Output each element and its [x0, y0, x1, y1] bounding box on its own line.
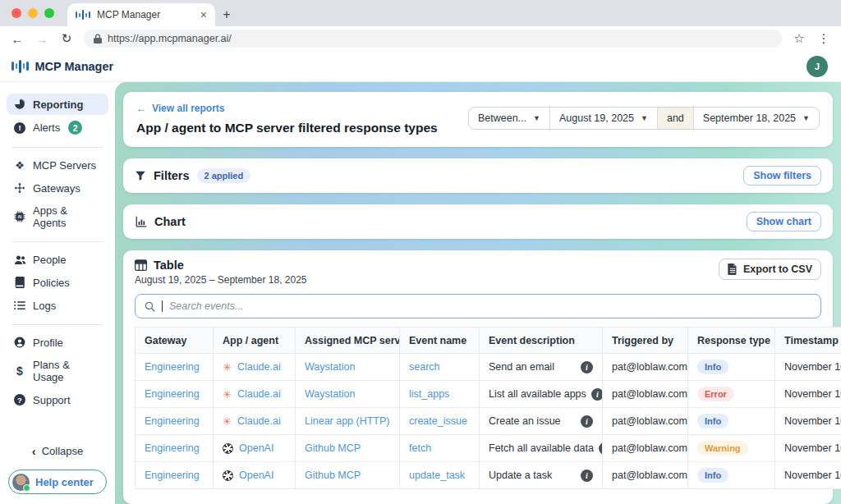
sidebar-item-people[interactable]: People [7, 249, 108, 270]
app-agent: OpenAI [223, 470, 286, 481]
response-type-badge: Info [697, 360, 728, 374]
range-operator-dropdown[interactable]: Between... ▼ [469, 108, 549, 129]
list-icon [13, 299, 26, 312]
back-icon[interactable]: ← [10, 32, 25, 46]
reload-icon[interactable]: ↻ [59, 31, 74, 46]
column-header[interactable]: Event description [480, 328, 603, 354]
column-header[interactable]: Response type [688, 328, 775, 354]
tab-title: MCP Manager [97, 9, 194, 21]
event-name-link[interactable]: fetch [409, 442, 431, 454]
gateway-link[interactable]: Engineering [145, 470, 200, 481]
info-icon[interactable]: i [591, 388, 603, 401]
event-name-link[interactable]: update_task [409, 470, 465, 481]
app-agent-link[interactable]: Claude.ai [237, 415, 281, 427]
collapse-button[interactable]: ‹ Collapse [7, 439, 108, 463]
info-icon[interactable]: i [599, 442, 603, 455]
column-header[interactable]: Gateway [136, 328, 214, 354]
event-name-link[interactable]: list_apps [409, 388, 449, 400]
server-icon: ❖ [13, 158, 26, 172]
event-description: Create an issuei [489, 415, 593, 428]
export-csv-button[interactable]: Export to CSV [719, 259, 821, 280]
sidebar-item-support[interactable]: ? Support [7, 389, 108, 410]
sidebar-item-reporting[interactable]: Reporting [7, 94, 108, 115]
app-agent-link[interactable]: OpenAI [239, 442, 273, 454]
mcp-server-link[interactable]: Github MCP [305, 442, 361, 454]
sidebar-item-apps-agents[interactable]: AI Apps & Agents [7, 200, 108, 233]
sidebar-item-alerts[interactable]: ! Alerts 2 [7, 117, 108, 139]
mcp-server-link[interactable]: Waystation [305, 361, 355, 373]
column-header[interactable]: Event name [400, 328, 480, 354]
book-icon [13, 276, 26, 289]
maximize-window-button[interactable] [44, 8, 54, 18]
tab-close-icon[interactable]: × [200, 8, 207, 21]
timestamp-cell: November 16 [775, 435, 841, 462]
gateway-link[interactable]: Engineering [145, 388, 200, 400]
range-start-dropdown[interactable]: August 19, 2025 ▼ [549, 108, 657, 129]
table-row: EngineeringOpenAIGithub MCPupdate_taskUp… [136, 462, 841, 489]
bookmark-star-icon[interactable]: ☆ [792, 31, 807, 46]
browser-tab[interactable]: MCP Manager × [67, 3, 215, 26]
event-description-text: Fetch all available data [489, 442, 594, 454]
sidebar-item-mcp-servers[interactable]: ❖ MCP Servers [7, 154, 108, 176]
main-content: ← View all reports App / agent to MCP se… [115, 82, 841, 504]
sidebar-item-policies[interactable]: Policies [7, 272, 108, 293]
alert-circle-icon: ! [13, 121, 26, 135]
search-input[interactable]: Search events... [135, 294, 821, 318]
gateway-link[interactable]: Engineering [145, 361, 200, 373]
event-name-link[interactable]: search [409, 361, 440, 373]
mcp-server-link[interactable]: Linear app (HTTP) [305, 415, 390, 427]
column-header[interactable]: Timestamp [775, 328, 841, 354]
column-header[interactable]: Assigned MCP server [296, 328, 400, 354]
event-name-link[interactable]: create_issue [409, 415, 467, 427]
column-header[interactable]: App / agent [214, 328, 296, 354]
info-icon[interactable]: i [581, 361, 593, 373]
minimize-window-button[interactable] [28, 8, 38, 18]
forward-icon[interactable]: → [34, 32, 49, 46]
alerts-count-badge: 2 [68, 121, 82, 135]
show-chart-button[interactable]: Show chart [747, 212, 821, 231]
table-icon [135, 259, 147, 271]
range-end-dropdown[interactable]: September 18, 2025 ▼ [693, 108, 819, 129]
table-header-row: GatewayApp / agentAssigned MCP serverEve… [136, 328, 841, 354]
user-avatar[interactable]: J [807, 56, 828, 77]
filters-applied-badge: 2 applied [197, 168, 251, 183]
mcp-server-link[interactable]: Github MCP [305, 470, 361, 481]
address-bar[interactable]: https://app.mcpmanager.ai/ [84, 30, 782, 48]
gateway-link[interactable]: Engineering [145, 442, 200, 454]
sidebar-item-gateways[interactable]: Gateways [7, 177, 108, 199]
sidebar-item-plans-usage[interactable]: $ Plans & Usage [7, 355, 108, 387]
gateway-icon [13, 181, 26, 195]
show-filters-button[interactable]: Show filters [743, 166, 821, 186]
chart-card: Chart Show chart [123, 204, 833, 239]
gateway-link[interactable]: Engineering [145, 415, 200, 427]
timestamp-cell: November 16 [775, 354, 841, 381]
app-agent-cell: ✳Claude.ai [214, 354, 296, 381]
info-icon[interactable]: i [581, 415, 593, 428]
question-circle-icon: ? [13, 393, 26, 406]
event-description-text: Send an email [489, 361, 554, 373]
event-description-cell: Create an issuei [480, 408, 603, 435]
sidebar-item-profile[interactable]: Profile [7, 332, 108, 353]
app-agent-link[interactable]: Claude.ai [237, 388, 281, 400]
browser-menu-icon[interactable]: ⋮ [816, 31, 831, 46]
sidebar-item-logs[interactable]: Logs [7, 295, 108, 316]
mcp-server-cell: Waystation [296, 354, 400, 381]
app-logo[interactable]: MCP Manager [11, 60, 113, 73]
column-header[interactable]: Triggered by [603, 328, 688, 354]
close-window-button[interactable] [11, 8, 21, 18]
mcp-server-link[interactable]: Waystation [305, 388, 355, 400]
help-center-button[interactable]: Help center [8, 470, 107, 494]
app-agent-link[interactable]: Claude.ai [237, 361, 281, 373]
app-agent-link[interactable]: OpenAI [239, 470, 273, 481]
new-tab-button[interactable]: + [215, 3, 238, 26]
event-description-cell: Send an emaili [480, 354, 603, 381]
table-title: Table [154, 259, 184, 272]
info-icon[interactable]: i [581, 470, 593, 482]
event-description-cell: List all available appsi [480, 381, 603, 408]
text-cursor [162, 300, 163, 312]
app-agent-cell: ✳Claude.ai [214, 381, 296, 408]
event-description: List all available appsi [489, 388, 593, 401]
table-row: Engineering✳Claude.aiLinear app (HTTP)cr… [136, 408, 841, 435]
view-all-reports-link[interactable]: ← View all reports [136, 103, 224, 114]
timestamp-cell: November 16 [775, 381, 841, 408]
